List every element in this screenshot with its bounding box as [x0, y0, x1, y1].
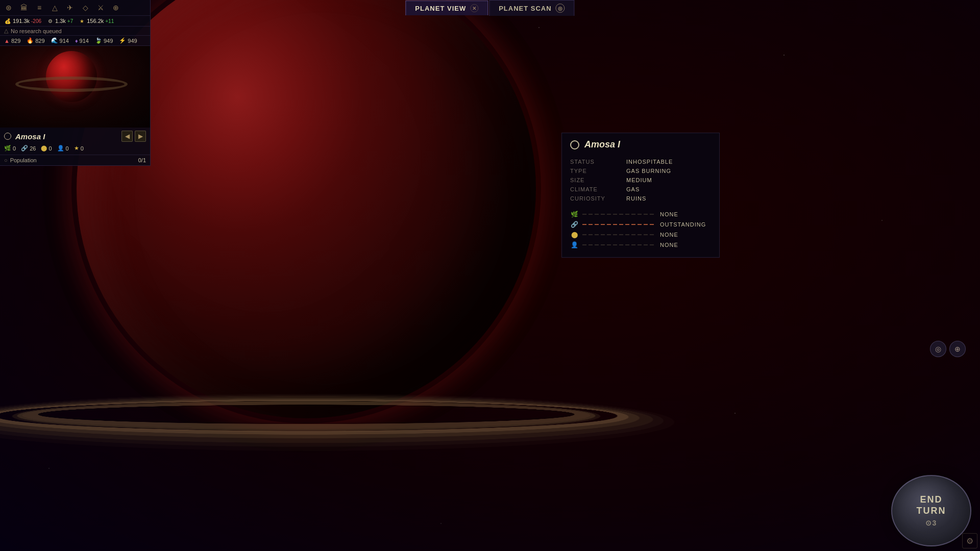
- res-pop-bar: [582, 243, 656, 247]
- science-icon: ★: [78, 17, 85, 24]
- energy-value: 949: [128, 38, 137, 44]
- planet-thumbnail: [0, 46, 150, 128]
- zoom-button[interactable]: ⊕: [949, 341, 966, 357]
- pstat-star-icon: ★: [74, 145, 79, 152]
- planet-prev-button[interactable]: ◀: [121, 131, 133, 142]
- res-gold-bar: [582, 233, 656, 237]
- manpower-icon: ▲: [4, 38, 10, 44]
- tab-planet-view[interactable]: PLANET VIEW ✕: [405, 1, 488, 15]
- credits-delta: -206: [31, 18, 41, 24]
- credits-icon: 💰: [4, 17, 11, 24]
- toolbar-icon-ships[interactable]: ✈: [64, 2, 76, 13]
- resource-pop-row: 👤 NONE: [570, 241, 711, 249]
- pstat-gold-icon: ⬤: [41, 145, 47, 152]
- pstat-star: ★ 0: [74, 145, 84, 152]
- planet-name-row: Amosa I ◀ ▶: [4, 131, 146, 142]
- compass-button[interactable]: ◎: [930, 341, 946, 357]
- pstat-pop: 👤 0: [57, 145, 69, 152]
- pstat-pop-value: 0: [66, 145, 69, 152]
- detail-row-curiosity: CURIOSITY RUINS: [570, 194, 711, 203]
- research-queued-notice: △ No research queued: [0, 27, 150, 36]
- stat-nature: 🍃 949: [95, 37, 113, 44]
- water-icon: 🌊: [51, 37, 58, 44]
- pstat-pop-icon: 👤: [57, 145, 64, 152]
- manpower-value: 829: [11, 38, 20, 44]
- pstat-food-value: 0: [13, 145, 16, 152]
- detail-planet-title: Amosa I: [584, 139, 620, 150]
- population-icon: ○: [4, 157, 8, 163]
- energy-icon: ⚡: [119, 37, 126, 44]
- tab-planet-view-close[interactable]: ✕: [470, 4, 478, 12]
- toolbar-icon-ledger[interactable]: ≡: [34, 2, 45, 13]
- planet-name: Amosa I: [15, 132, 45, 141]
- stat-morale: ♦ 914: [75, 38, 89, 44]
- detail-curiosity-value: RUINS: [626, 194, 711, 203]
- water-value: 914: [60, 38, 69, 44]
- res-food-bar: [582, 212, 656, 216]
- population-row: ○ Population 0/1: [0, 155, 150, 165]
- end-turn-number: ⊙3: [925, 519, 938, 527]
- res-gold-dashes: [582, 234, 656, 235]
- resource-industry-row: 🔗 OUTSTANDING: [570, 220, 711, 229]
- planet-next-button[interactable]: ▶: [135, 131, 146, 142]
- pstat-food-icon: 🌿: [4, 145, 11, 152]
- end-turn-text: END TURN: [917, 494, 946, 516]
- pstat-industry2: 🔗 26: [21, 145, 36, 152]
- res-industry-label: OUTSTANDING: [660, 221, 711, 228]
- detail-planet-name-row: Amosa I: [570, 139, 711, 150]
- res-food-icon: 🌿: [570, 210, 578, 218]
- stat-manpower: ▲ 829: [4, 38, 20, 44]
- pstat-ind-icon: 🔗: [21, 145, 28, 152]
- credits-value: 191.3k: [13, 18, 30, 24]
- toolbar-icon-more[interactable]: ⊕: [110, 2, 121, 13]
- toolbar-icon-empire[interactable]: 🏛: [18, 2, 30, 13]
- detail-stats-table: STATUS INHOSPITABLE TYPE GAS BURNING SIZ…: [570, 157, 711, 203]
- end-turn-button[interactable]: END TURN ⊙3: [891, 475, 971, 546]
- end-turn-line1: END: [920, 494, 942, 505]
- top-left-panel: ⊛ 🏛 ≡ △ ✈ ◇ ⚔ ⊕ 💰 191.3k -206 ⚙ 1.3k +7 …: [0, 0, 151, 166]
- resource-bar: 💰 191.3k -206 ⚙ 1.3k +7 ★ 156.2k +11: [0, 16, 150, 27]
- industry-value: 1.3k: [55, 18, 66, 24]
- stats-row: ▲ 829 🔥 829 🌊 914 ♦ 914 🍃 949 ⚡ 949: [0, 36, 150, 46]
- planet-stats-icons: 🌿 0 🔗 26 ⬤ 0 👤 0 ★ 0: [4, 145, 146, 152]
- tab-planet-scan-label: PLANET SCAN: [499, 5, 551, 12]
- detail-climate-value: GAS: [626, 185, 711, 194]
- nature-icon: 🍃: [95, 37, 102, 44]
- thumb-planet-ring: [15, 77, 128, 92]
- res-industry-dashes: [582, 224, 656, 225]
- tab-planet-view-label: PLANET VIEW: [415, 5, 466, 12]
- industry-delta: +7: [67, 18, 73, 24]
- pstat-star-value: 0: [81, 145, 84, 152]
- resource-gold-row: ⬤ NONE: [570, 231, 711, 239]
- mini-nav-buttons: ◎ ⊕: [930, 341, 966, 357]
- population-value: 0/1: [138, 157, 146, 163]
- detail-status-value: INHOSPITABLE: [626, 157, 711, 166]
- detail-size-value: MEDIUM: [626, 176, 711, 185]
- planet-detail-panel: Amosa I STATUS INHOSPITABLE TYPE GAS BUR…: [561, 133, 720, 258]
- credits-resource: 💰 191.3k -206: [4, 17, 41, 24]
- science-value: 156.2k: [87, 18, 104, 24]
- food-value: 829: [35, 38, 44, 44]
- res-pop-icon: 👤: [570, 241, 578, 249]
- industry-icon: ⚙: [46, 17, 54, 24]
- end-turn-line2: TURN: [917, 506, 946, 516]
- corner-settings-icon[interactable]: ⚙: [962, 533, 977, 548]
- toolbar-icon-research[interactable]: △: [49, 2, 60, 13]
- stat-water: 🌊 914: [51, 37, 69, 44]
- toolbar-icon-victory[interactable]: ◇: [80, 2, 91, 13]
- detail-status-label: STATUS: [570, 157, 626, 166]
- detail-type-value: GAS BURNING: [626, 166, 711, 176]
- tab-scan-icon: ◎: [556, 4, 565, 13]
- planet-nav-buttons: ◀ ▶: [121, 131, 146, 142]
- planet-info: Amosa I ◀ ▶ 🌿 0 🔗 26 ⬤ 0 👤 0: [0, 128, 150, 155]
- toolbar-icon-map[interactable]: ⊛: [3, 2, 14, 13]
- research-warning-icon: △: [4, 28, 8, 34]
- res-pop-label: NONE: [660, 242, 711, 248]
- morale-icon: ♦: [75, 38, 78, 44]
- toolbar-icon-military[interactable]: ⚔: [95, 2, 106, 13]
- stat-food: 🔥 829: [27, 37, 44, 44]
- resource-food-row: 🌿 NONE: [570, 210, 711, 218]
- res-pop-dashes: [582, 244, 656, 245]
- pstat-ind-value: 26: [30, 145, 36, 152]
- tab-planet-scan[interactable]: PLANET SCAN ◎: [489, 0, 574, 16]
